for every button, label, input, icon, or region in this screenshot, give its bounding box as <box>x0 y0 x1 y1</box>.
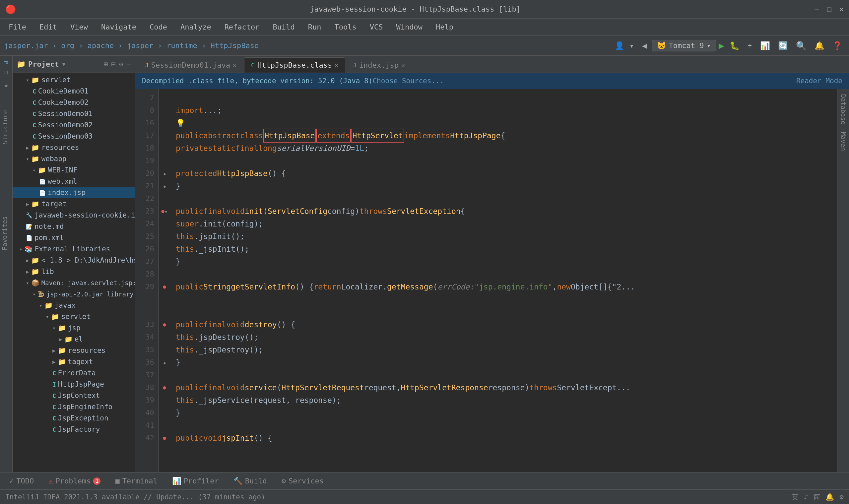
tree-httpjsppage[interactable]: IHttpJspPage <box>13 379 135 390</box>
code-content[interactable]: import ...; 💡 public abstract class Http… <box>170 89 837 472</box>
tree-servlet-sub[interactable]: ▾📁servlet <box>13 311 135 322</box>
tree-webapp-folder[interactable]: ▾📁webapp <box>13 153 135 164</box>
favorites-side-label[interactable]: Favorites <box>0 212 10 254</box>
menu-analyze[interactable]: Analyze <box>175 21 217 33</box>
services-icon: ⚙ <box>282 477 286 485</box>
tree-jspengineinfo[interactable]: CJspEngineInfo <box>13 401 135 413</box>
tree-notemd-file[interactable]: 📝note.md <box>13 221 135 232</box>
tree-jspfactory[interactable]: CJspFactory <box>13 424 135 435</box>
tree-ext-libraries[interactable]: ▾📚External Libraries <box>13 244 135 255</box>
tree-errordata[interactable]: CErrorData <box>13 367 135 379</box>
tree-cookiedemo02[interactable]: CCookieDemo02 <box>13 97 135 108</box>
tab-indexjsp[interactable]: J index.jsp ✕ <box>346 57 412 73</box>
tree-resources-folder[interactable]: ▶📁resources <box>13 142 135 153</box>
menu-window[interactable]: Window <box>390 21 429 33</box>
tree-jdk-folder[interactable]: ▶📁< 1.8 > D:\JdkAndJre\hspjdk8 <box>13 255 135 266</box>
project-dropdown-icon[interactable]: ▾ <box>62 60 66 68</box>
menu-file[interactable]: File <box>3 21 32 33</box>
tree-iml-file[interactable]: 🔧javaweb-session-cookie.iml <box>13 210 135 221</box>
lang-en[interactable]: 英 <box>792 492 799 502</box>
tab-indexjsp-close[interactable]: ✕ <box>401 62 405 69</box>
menu-navigate[interactable]: Navigate <box>95 21 142 33</box>
tree-sessiondemo01[interactable]: CSessionDemo01 <box>13 108 135 119</box>
sound-icon[interactable]: ♪ <box>804 493 808 501</box>
tab-httpjspbase-close[interactable]: ✕ <box>335 62 338 69</box>
database-label[interactable]: Database <box>837 91 849 127</box>
notifications-btn[interactable]: 🔔 <box>812 40 827 52</box>
tree-pomxml-file[interactable]: 📄pom.xml <box>13 232 135 244</box>
tree-webinf-folder[interactable]: ▾📁WEB-INF <box>13 164 135 176</box>
menu-build[interactable]: Build <box>267 21 301 33</box>
favorites-icon[interactable]: ★ <box>0 79 12 91</box>
tree-jsp-sub[interactable]: ▾📁jsp <box>13 322 135 334</box>
tab-todo[interactable]: ✓ TODO <box>3 475 40 487</box>
tree-el-sub[interactable]: ▶📁el <box>13 334 135 345</box>
close-btn[interactable]: ✕ <box>839 5 844 13</box>
code-line-24: super .init(config); <box>176 217 832 230</box>
tab-profiler[interactable]: 📊 Profiler <box>165 475 225 487</box>
reader-mode-btn[interactable]: Reader Mode <box>796 77 842 85</box>
lang-cn[interactable]: 简 <box>813 492 820 502</box>
tab-sessiondemo01[interactable]: J SessionDemo01.java ✕ <box>138 57 243 73</box>
run-btn[interactable]: ▶ <box>719 40 724 51</box>
code-line-36: } <box>176 356 832 369</box>
tab-httpjspbase[interactable]: C HttpJspBase.class ✕ <box>244 57 345 73</box>
debug-btn[interactable]: 🐛 <box>727 40 742 52</box>
tree-javax-folder[interactable]: ▾📁javax <box>13 300 135 311</box>
help-btn[interactable]: ❓ <box>830 40 845 52</box>
minimize-panel-btn[interactable]: — <box>127 60 131 68</box>
git-btn[interactable]: 👤 ▾ <box>612 40 637 52</box>
settings-sync-btn[interactable]: 🔄 <box>775 40 791 52</box>
settings-icon[interactable]: ⚙ <box>839 493 844 501</box>
minimize-btn[interactable]: — <box>814 5 819 13</box>
editor-area: J SessionDemo01.java ✕ C HttpJspBase.cla… <box>135 56 849 472</box>
maximize-btn[interactable]: □ <box>827 5 831 13</box>
settings-btn[interactable]: ⚙ <box>119 60 123 68</box>
menu-tools[interactable]: Tools <box>329 21 362 33</box>
tree-lib-folder[interactable]: ▶📁lib <box>13 266 135 277</box>
menu-code[interactable]: Code <box>144 21 173 33</box>
tree-target-folder[interactable]: ▶📁target <box>13 198 135 210</box>
choose-sources-btn[interactable]: Choose Sources... <box>373 77 444 85</box>
tab-build[interactable]: 🔨 Build <box>227 475 274 487</box>
coverage-btn[interactable]: ☂ <box>745 40 755 52</box>
tree-jspcontext[interactable]: CJspContext <box>13 390 135 401</box>
project-icon[interactable]: P <box>1 58 12 66</box>
structure-icon[interactable]: ≡ <box>0 69 12 77</box>
tree-resources-sub[interactable]: ▶📁resources <box>13 345 135 356</box>
project-panel: 📁 Project ▾ ⊞ ⊟ ⚙ — ▾📁servlet CCookieDem… <box>13 56 135 472</box>
menu-help[interactable]: Help <box>430 21 459 33</box>
tree-sessiondemo03[interactable]: CSessionDemo03 <box>13 131 135 142</box>
tree-indexjsp[interactable]: 📄index.jsp <box>13 187 135 198</box>
menu-edit[interactable]: Edit <box>34 21 63 33</box>
back-btn[interactable]: ◀ <box>639 40 649 52</box>
code-line-34: this .jspDestroy(); <box>176 331 832 343</box>
code-line-20: protected HttpJspBase () { <box>176 167 832 180</box>
tree-servlet-folder[interactable]: ▾📁servlet <box>13 74 135 86</box>
expand-all-btn[interactable]: ⊞ <box>104 60 108 68</box>
notification-icon[interactable]: 🔔 <box>826 493 834 501</box>
tree-jar-root[interactable]: ▾🗜jsp-api-2.0.jar library root <box>13 288 135 300</box>
tree-maven-dep[interactable]: ▾📦Maven: javax.servlet.jsp:jsp-api:2.0 <box>13 277 135 288</box>
menu-vcs[interactable]: VCS <box>364 21 389 33</box>
todo-label: TODO <box>16 477 34 485</box>
tomcat-config-btn[interactable]: 🐱 Tomcat 9 ▾ <box>652 40 716 51</box>
maven-label[interactable]: Maven <box>837 129 849 154</box>
profile-btn[interactable]: 📊 <box>757 40 773 52</box>
search-everywhere-btn[interactable]: 🔍 <box>793 39 809 52</box>
menu-view[interactable]: View <box>64 21 94 33</box>
tab-services[interactable]: ⚙ Services <box>275 475 330 487</box>
status-message: IntelliJ IDEA 2021.1.3 available // Upda… <box>5 493 265 501</box>
tab-sessiondemo01-close[interactable]: ✕ <box>233 62 236 69</box>
tree-webxml[interactable]: 📄web.xml <box>13 176 135 187</box>
structure-side-label[interactable]: Structure <box>0 106 10 148</box>
tree-jspexception[interactable]: CJspException <box>13 413 135 424</box>
tab-problems[interactable]: ⚠ Problems 1 <box>42 475 107 487</box>
menu-run[interactable]: Run <box>302 21 327 33</box>
collapse-all-btn[interactable]: ⊟ <box>111 60 115 68</box>
tree-sessiondemo02[interactable]: CSessionDemo02 <box>13 119 135 131</box>
menu-refactor[interactable]: Refactor <box>219 21 266 33</box>
tree-tagext-sub[interactable]: ▶📁tagext <box>13 356 135 367</box>
tab-terminal[interactable]: ▣ Terminal <box>108 475 164 487</box>
tree-cookiedemo01[interactable]: CCookieDemo01 <box>13 86 135 97</box>
